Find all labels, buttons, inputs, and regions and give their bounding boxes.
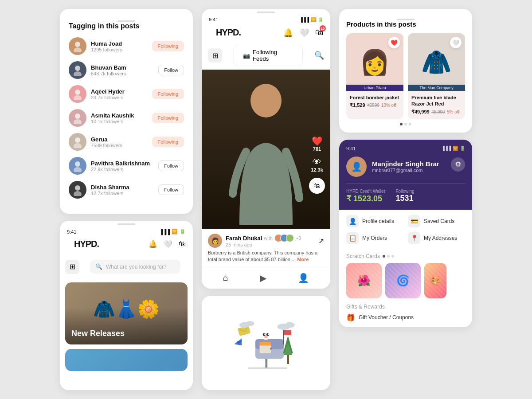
bag-icon-left[interactable]: 🛍	[179, 240, 186, 248]
follow-btn-4[interactable]: Following	[152, 137, 184, 147]
home-nav-icon[interactable]: ⌂	[223, 273, 228, 283]
grid-icon[interactable]: ⊞	[65, 260, 79, 274]
views-stat-icon[interactable]: 👁	[311, 157, 323, 167]
menu-profile-details[interactable]: 👤 Profile details	[346, 215, 403, 227]
product-person-2: 🧥	[421, 50, 452, 74]
collab-count: +3	[296, 235, 301, 241]
following-stat-label: Following	[395, 189, 414, 194]
product-heart-2[interactable]: 🤍	[450, 37, 462, 48]
scratch-card-1[interactable]: 🌺	[346, 263, 382, 298]
share-button[interactable]: 🛍	[309, 178, 325, 194]
grid-icon-center[interactable]: ⊞	[208, 48, 222, 63]
menu-saved-cards[interactable]: 💳 Saved Cards	[408, 215, 465, 227]
cart-badge: 10	[320, 25, 326, 31]
menu-my-addresses[interactable]: 📍 My Addresses	[408, 232, 465, 244]
heart-icon-center[interactable]: 🤍	[299, 28, 309, 38]
product-heart-1[interactable]: ❤️	[388, 37, 400, 48]
mail-svg	[231, 314, 301, 372]
my-addresses-label: My Addresses	[424, 235, 457, 241]
battery-center: 🔋	[318, 17, 323, 22]
follower-list: Huma Joad 1295 followers Following Bhuva…	[69, 37, 184, 199]
partial-card	[65, 349, 188, 371]
menu-my-orders[interactable]: 📋 My Orders	[346, 232, 403, 244]
svg-rect-19	[283, 330, 284, 344]
battery-icon: 🔋	[180, 229, 186, 235]
svg-point-30	[285, 322, 294, 328]
follower-count-0: 1295 followers	[91, 47, 148, 52]
products-title: Products in this posts	[346, 20, 465, 28]
profile-nav-icon[interactable]: 👤	[298, 273, 309, 283]
follower-info-0: Huma Joad 1295 followers	[91, 40, 148, 52]
status-bar-left: 9:41 ▐▐▐ 🛜 🔋	[60, 225, 193, 236]
left-column: Tagging in this posts Huma Joad 1295 fol…	[60, 9, 193, 390]
follow-btn-6[interactable]: Follow	[158, 184, 184, 195]
scratch-dots	[383, 255, 394, 258]
products-dots	[346, 123, 465, 125]
svg-rect-22	[265, 359, 267, 368]
svg-point-7	[74, 119, 82, 124]
product-item-1[interactable]: 👩 ❤️ Urban Pitara Forest bomber jacket ₹…	[346, 33, 403, 119]
status-bar-center: 9:41 ▐▐▐ 🛜 🔋	[202, 13, 330, 24]
product-name-1: Forest bomber jacket	[350, 94, 400, 101]
video-nav-icon[interactable]: ▶	[260, 273, 266, 283]
phone-card-left: 9:41 ▐▐▐ 🛜 🔋 HYPD. 🔔 🤍 🛍 ⊞ 🔍 What are yo…	[60, 221, 193, 390]
product-item-2[interactable]: 🧥 🤍 The Man Company Premium five blade R…	[408, 33, 465, 119]
follower-info-6: Disha Sharma 12.7k followers	[91, 184, 154, 196]
wifi-icon: 🛜	[172, 229, 178, 235]
saved-cards-label: Saved Cards	[424, 218, 454, 224]
svg-point-14	[250, 84, 282, 117]
following-feeds-tab[interactable]: 📷 Following Feeds	[234, 45, 303, 66]
product-brand-2: The Man Company	[408, 85, 465, 91]
tagging-title: Tagging in this posts	[69, 22, 184, 30]
heart-stat-icon[interactable]: ❤️	[312, 136, 323, 146]
profile-card: 9:41 ▐▐▐ 🛜 🔋 ⚙ 👤 Manjinder Singh Brar mr…	[339, 140, 472, 327]
views-count: 12.3k	[311, 167, 323, 172]
follow-btn-3[interactable]: Following	[152, 113, 184, 123]
svg-point-37	[264, 334, 266, 335]
follow-btn-1[interactable]: Follow	[158, 65, 184, 75]
svg-point-34	[262, 332, 270, 340]
follow-btn-5[interactable]: Follow	[158, 160, 184, 171]
more-link[interactable]: More	[297, 257, 309, 262]
search-icon-center[interactable]: 🔍	[314, 51, 324, 60]
status-icons-left: ▐▐▐ 🛜 🔋	[160, 229, 186, 235]
follower-item-4: Gerua 7589 followers Following	[69, 133, 184, 151]
feed-username: Farah Dhukai	[226, 235, 262, 242]
search-bar[interactable]: 🔍 What are you looking for?	[90, 260, 180, 274]
product-price-2: ₹49,999 ₹5,990 5% off	[411, 109, 462, 115]
follower-count-2: 23.7k followers	[91, 95, 148, 100]
feed-description: Burberry is a British company. This comp…	[202, 250, 330, 267]
scratch-card-3-inner: 🎨	[424, 263, 446, 298]
bell-icon-center[interactable]: 🔔	[283, 28, 293, 38]
profile-user: 👤 Manjinder Singh Brar mr.brar077@gmail.…	[346, 156, 465, 177]
follower-item-3: Asmita Kaushik 10.1k followers Following	[69, 109, 184, 127]
likes-count: 781	[312, 146, 323, 152]
follower-info-4: Gerua 7589 followers	[91, 136, 148, 148]
svg-point-10	[75, 161, 80, 167]
wallet-value: ₹ 1523.05	[346, 194, 385, 203]
follower-name-2: Aqeel Hyder	[91, 88, 148, 95]
scratch-card-2[interactable]: 🌀	[385, 263, 421, 298]
gift-icon: 🎁	[346, 313, 355, 322]
profile-details-label: Profile details	[362, 218, 394, 224]
collab-avatar-3	[286, 234, 294, 242]
new-releases-label: New Releases	[71, 329, 125, 338]
follower-count-3: 10.1k followers	[91, 119, 148, 124]
scratch-card-3[interactable]: 🎨	[424, 263, 446, 298]
follower-count-1: 648.7k followers	[91, 71, 154, 76]
follower-item-6: Disha Sharma 12.7k followers Follow	[69, 181, 184, 199]
follower-avatar-1	[69, 61, 86, 79]
gift-voucher-item[interactable]: 🎁 Gift Voucher / Coupons	[346, 313, 465, 322]
time-center: 9:41	[209, 17, 218, 22]
new-releases-banner[interactable]: 🧥👗🌼 New Releases	[65, 282, 188, 344]
signal-center: ▐▐▐	[300, 17, 309, 22]
scratch-dot-3	[391, 255, 394, 258]
profile-name: Manjinder Singh Brar	[372, 160, 439, 168]
settings-button[interactable]: ⚙	[451, 157, 465, 172]
follow-btn-2[interactable]: Following	[152, 89, 184, 99]
heart-icon-left[interactable]: 🤍	[164, 240, 172, 248]
share-icon[interactable]: ↗	[318, 237, 324, 245]
product-price-1: ₹1,529 ₹2599 13% off	[350, 102, 400, 108]
bell-icon-left[interactable]: 🔔	[149, 240, 157, 248]
follow-btn-0[interactable]: Following	[152, 41, 184, 51]
